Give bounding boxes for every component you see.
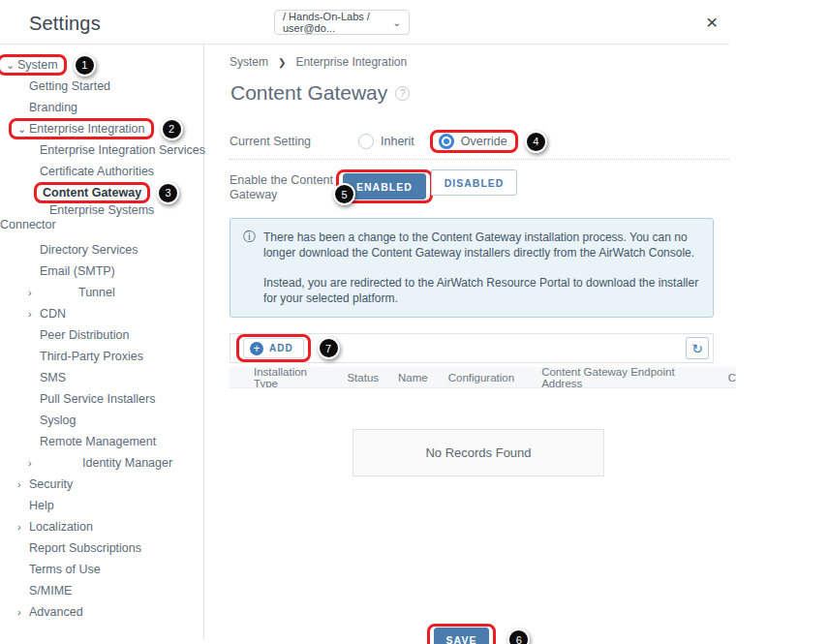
info-notice-text: There has been a change to the Content G… [263, 230, 700, 306]
save-row: SAVE 6 [230, 624, 714, 644]
breadcrumb-system[interactable]: System [230, 55, 268, 69]
sidebar-item-peer-distribution[interactable]: Peer Distribution [0, 324, 203, 346]
add-button[interactable]: + ADD [243, 338, 304, 358]
sidebar-item-directory-services[interactable]: Directory Services [0, 239, 203, 261]
step-badge-1: 1 [74, 54, 96, 77]
sidebar-item-certificate-authorities[interactable]: Certificate Authorities [0, 161, 203, 182]
sidebar-item-identity-manager[interactable]: › Identity Manager [0, 452, 203, 474]
sidebar-item-remote-management[interactable]: Remote Management [0, 431, 203, 452]
step-badge-2: 2 [161, 118, 183, 140]
sidebar-item-enterprise-integration-services[interactable]: Enterprise Integration Services [0, 139, 203, 161]
sidebar-item-advanced[interactable]: › Advanced [0, 601, 203, 623]
help-icon[interactable]: ? [395, 86, 410, 101]
refresh-icon: ↻ [691, 341, 703, 356]
sidebar-item-pull-service-installers[interactable]: Pull Service Installers [0, 388, 203, 410]
sidebar-item-terms-of-use[interactable]: Terms of Use [0, 559, 203, 580]
column-truncated: C [728, 372, 736, 383]
column-installation-type: Installation Type [254, 367, 321, 388]
radio-selected-icon [439, 134, 454, 149]
disabled-button[interactable]: DISABLED [431, 169, 518, 196]
sidebar-item-help[interactable]: Help [0, 495, 203, 516]
chevron-right-icon: › [28, 457, 40, 469]
column-name: Name [398, 372, 428, 383]
sidebar-item-smime[interactable]: S/MIME [0, 580, 203, 601]
settings-content: System ❯ Enterprise Integration Content … [230, 44, 714, 644]
table-header-row: Installation Type Status Name Configurat… [230, 367, 736, 388]
step-badge-6: 6 [507, 629, 530, 644]
sidebar-item-security[interactable]: › Security [0, 474, 203, 495]
section-divider [230, 159, 729, 160]
chevron-right-icon: › [28, 287, 40, 298]
chevron-right-icon: › [17, 606, 29, 618]
current-setting-label: Current Setting [230, 135, 358, 148]
sidebar-item-cdn[interactable]: › CDN [0, 303, 203, 324]
step-badge-7: 7 [318, 337, 340, 359]
page-title: Settings [29, 13, 101, 35]
annotation-box-override: Override [430, 130, 518, 153]
step-badge-4: 4 [525, 131, 547, 153]
plus-icon: + [250, 342, 263, 355]
enable-content-gateway-label: Enable the Content Gateway [230, 169, 336, 202]
sidebar-item-tunnel[interactable]: › Tunnel [0, 282, 203, 303]
chevron-down-icon: ⌄ [393, 17, 401, 28]
info-notice: ⓘ There has been a change to the Content… [230, 218, 714, 318]
sidebar-item-sms[interactable]: SMS [0, 367, 203, 388]
sidebar-item-getting-started[interactable]: Getting Started [0, 76, 203, 97]
sidebar-item-enterprise-systems-connector[interactable]: Enterprise Systems Connector [0, 203, 203, 239]
sidebar-item-content-gateway[interactable]: Content Gateway 3 [0, 182, 203, 203]
save-button[interactable]: SAVE [434, 628, 490, 644]
chevron-right-icon: › [17, 478, 29, 490]
column-status: Status [347, 372, 379, 383]
breadcrumb: System ❯ Enterprise Integration [230, 55, 714, 69]
annotation-box-enterprise-integration: ⌄ Enterprise Integration [9, 118, 154, 139]
annotation-box-save: SAVE [427, 624, 497, 644]
step-badge-3: 3 [157, 182, 179, 204]
inherit-radio[interactable]: Inherit [358, 134, 414, 149]
annotation-box-content-gateway: Content Gateway [34, 182, 150, 203]
annotation-box-system: ⌄ System [0, 54, 67, 76]
sidebar-item-email-smtp[interactable]: Email (SMTP) [0, 261, 203, 282]
chevron-right-icon: › [28, 308, 40, 320]
annotation-box-add: + ADD [236, 334, 311, 362]
empty-state: No Records Found [353, 429, 604, 476]
sidebar-item-enterprise-integration[interactable]: ⌄ Enterprise Integration 2 [0, 118, 203, 139]
sidebar-item-branding[interactable]: Branding [0, 97, 203, 118]
sidebar-item-report-subscriptions[interactable]: Report Subscriptions [0, 537, 203, 559]
column-configuration: Configuration [448, 372, 514, 383]
info-icon: ⓘ [243, 230, 259, 306]
sidebar-divider [203, 45, 204, 639]
radio-unselected-icon [358, 134, 374, 149]
refresh-button[interactable]: ↻ [686, 337, 709, 359]
chevron-right-icon: › [17, 521, 29, 533]
breadcrumb-enterprise-integration[interactable]: Enterprise Integration [295, 55, 407, 69]
sidebar-item-system[interactable]: ⌄ System 1 [0, 54, 203, 76]
sidebar-item-third-party-proxies[interactable]: Third-Party Proxies [0, 346, 203, 367]
sidebar-item-syslog[interactable]: Syslog [0, 410, 203, 431]
chevron-right-icon: ❯ [278, 57, 286, 68]
sidebar-item-localization[interactable]: › Localization [0, 516, 203, 537]
chevron-down-icon: ⌄ [17, 123, 29, 136]
organization-group-value: / Hands-On-Labs / user@do... [283, 11, 393, 34]
column-endpoint-address: Content Gateway Endpoint Address [541, 367, 690, 388]
settings-sidebar: ⌄ System 1 Getting Started Branding ⌄ En… [0, 54, 203, 623]
step-badge-5: 5 [333, 183, 355, 205]
organization-group-dropdown[interactable]: / Hands-On-Labs / user@do... ⌄ [274, 10, 410, 35]
enable-content-gateway-row: Enable the Content Gateway 5 ENABLED DIS… [230, 169, 714, 203]
section-title: Content Gateway ? [230, 81, 714, 105]
chevron-down-icon: ⌄ [6, 59, 17, 72]
override-radio[interactable]: Override [439, 134, 507, 149]
grid-toolbar: + ADD 7 ↻ [230, 333, 714, 363]
close-icon[interactable]: × [706, 12, 718, 32]
current-setting-row: Current Setting Inherit Override 4 [230, 130, 714, 153]
current-setting-radio-group: Inherit Override 4 [358, 130, 547, 153]
